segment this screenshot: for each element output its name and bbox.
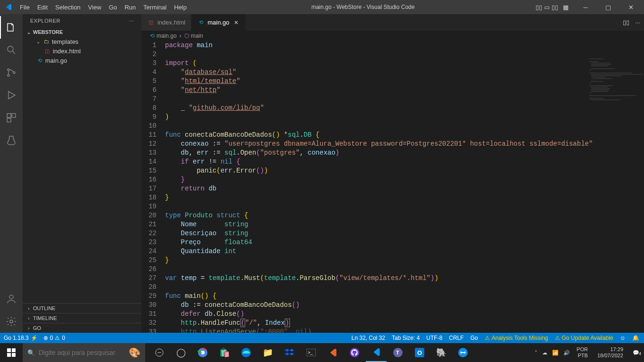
split-editor-icon[interactable]: ▯▯ bbox=[623, 19, 629, 26]
menu-edit[interactable]: Edit bbox=[33, 2, 51, 13]
svg-rect-25 bbox=[591, 87, 608, 88]
breadcrumb-file[interactable]: ⟲ main.go bbox=[150, 33, 177, 39]
extensions-tab[interactable] bbox=[0, 107, 23, 129]
breadcrumb[interactable]: ⟲ main.go › ⬡ main bbox=[141, 31, 644, 41]
tray-volume-icon[interactable]: 🔊 bbox=[563, 350, 570, 356]
taskbar-app-store[interactable]: 🛍️ bbox=[214, 343, 235, 362]
minimize-button[interactable]: ─ bbox=[576, 0, 595, 14]
svg-point-0 bbox=[8, 46, 13, 52]
tray-expand-icon[interactable]: ˄ bbox=[535, 350, 537, 356]
taskbar-app-outlook[interactable]: O bbox=[409, 343, 430, 362]
close-tab-icon[interactable]: ✕ bbox=[232, 19, 240, 26]
menu-selection[interactable]: Selection bbox=[51, 2, 84, 13]
more-actions-icon[interactable]: ··· bbox=[129, 18, 134, 24]
timeline-label: TIMELINE bbox=[33, 315, 57, 321]
svg-rect-15 bbox=[589, 70, 591, 71]
status-cursor-position[interactable]: Ln 32, Col 32 bbox=[352, 335, 385, 341]
svg-rect-21 bbox=[591, 80, 593, 81]
file-label: main.go bbox=[45, 57, 67, 64]
taskbar-app-teamviewer[interactable] bbox=[453, 343, 473, 362]
file-index-html[interactable]: ◫ index.html bbox=[23, 46, 141, 56]
taskbar-app-dropbox[interactable] bbox=[279, 343, 300, 362]
taskbar-app-terminal[interactable]: >_ bbox=[301, 343, 322, 362]
testing-tab[interactable] bbox=[0, 129, 23, 152]
svg-rect-17 bbox=[591, 74, 643, 75]
search-art-icon: 🎨 bbox=[129, 347, 140, 358]
status-language[interactable]: Go bbox=[471, 335, 478, 341]
status-tools-missing[interactable]: ⚠ Analysis Tools Missing bbox=[485, 335, 548, 341]
tab-main-go[interactable]: ⟲ main.go ✕ bbox=[191, 14, 246, 31]
menu-terminal[interactable]: Terminal bbox=[140, 2, 170, 13]
status-notifications-icon[interactable]: 🔔 bbox=[632, 335, 639, 341]
customize-layout-icon[interactable]: ▦ bbox=[560, 4, 569, 11]
status-tab-size[interactable]: Tab Size: 4 bbox=[392, 335, 420, 341]
maximize-button[interactable]: ▢ bbox=[599, 0, 618, 14]
tray-language[interactable]: POR PTB bbox=[575, 346, 590, 359]
status-problems[interactable]: ⊗0 ⚠0 bbox=[43, 335, 65, 341]
taskbar-app-chrome[interactable] bbox=[192, 343, 213, 362]
activity-bar bbox=[0, 14, 23, 333]
svg-rect-6 bbox=[7, 118, 11, 122]
go-section[interactable]: › GO bbox=[23, 323, 141, 333]
taskbar-app-edge[interactable] bbox=[236, 343, 256, 362]
toggle-panel-icon[interactable]: ▭ bbox=[544, 4, 550, 11]
taskbar-app-explorer[interactable]: 📁 bbox=[257, 343, 278, 362]
tray-notifications-icon[interactable]: 💬4 bbox=[631, 350, 641, 356]
accounts-icon[interactable] bbox=[0, 288, 23, 310]
code-content[interactable]: package mainimport ( "database/sql" "htm… bbox=[165, 41, 644, 333]
outline-label: OUTLINE bbox=[33, 305, 56, 311]
tab-index-html[interactable]: ◫ index.html bbox=[141, 14, 191, 31]
taskbar-search[interactable]: 🔍 🎨 bbox=[23, 343, 145, 362]
timeline-section[interactable]: › TIMELINE bbox=[23, 313, 141, 323]
status-encoding[interactable]: UTF-8 bbox=[426, 335, 442, 341]
settings-icon[interactable] bbox=[0, 310, 23, 333]
explorer-tab[interactable] bbox=[0, 16, 23, 39]
folder-label: templates bbox=[52, 38, 78, 45]
taskbar-app-teams[interactable]: T bbox=[388, 343, 408, 362]
source-control-tab[interactable] bbox=[0, 61, 23, 84]
tray-onedrive-icon[interactable]: ☁ bbox=[542, 350, 547, 356]
tray-wifi-icon[interactable]: 📶 bbox=[552, 350, 559, 356]
taskbar-app-pgadmin[interactable]: 🐘 bbox=[431, 343, 452, 362]
taskbar-app-github[interactable] bbox=[344, 343, 365, 362]
search-input[interactable] bbox=[39, 349, 125, 356]
toggle-secondary-sidebar-icon[interactable]: ▯▯ bbox=[552, 4, 558, 11]
chevron-right-icon: › bbox=[180, 33, 182, 39]
menu-help[interactable]: Help bbox=[170, 2, 190, 13]
taskbar-app-vscode-insiders[interactable] bbox=[322, 343, 343, 362]
code-editor[interactable]: 1234567891011121314151617181920212223242… bbox=[141, 41, 644, 333]
status-eol[interactable]: CRLF bbox=[449, 335, 463, 341]
svg-rect-16 bbox=[589, 73, 632, 74]
more-actions-icon[interactable]: ··· bbox=[635, 19, 640, 26]
chevron-down-icon: ⌄ bbox=[26, 30, 31, 35]
tray-clock[interactable]: 17:29 18/07/2022 bbox=[594, 346, 626, 359]
taskbar-app-vscode[interactable] bbox=[366, 343, 387, 362]
menu-run[interactable]: Run bbox=[121, 2, 140, 13]
run-debug-tab[interactable] bbox=[0, 84, 23, 107]
search-tab[interactable] bbox=[0, 39, 23, 61]
file-main-go[interactable]: ⟲ main.go bbox=[23, 56, 141, 65]
folder-templates[interactable]: ⌄ 🗀 templates bbox=[23, 37, 141, 46]
status-feedback-icon[interactable]: ☺ bbox=[620, 335, 626, 341]
breadcrumb-symbol[interactable]: ⬡ main bbox=[184, 33, 203, 39]
warning-icon: ⚠ bbox=[55, 335, 60, 341]
taskbar-apps: ◯ 🛍️ 📁 >_ T O 🐘 bbox=[145, 343, 473, 362]
svg-rect-18 bbox=[591, 75, 622, 76]
menu-view[interactable]: View bbox=[84, 2, 105, 13]
start-button[interactable] bbox=[0, 343, 23, 362]
status-go-update[interactable]: ⚠ Go Update Available bbox=[555, 335, 613, 341]
minimap[interactable] bbox=[587, 58, 644, 105]
outline-section[interactable]: › OUTLINE bbox=[23, 303, 141, 313]
status-go-version[interactable]: Go 1.18.3 ⚡ bbox=[4, 335, 38, 341]
task-view-icon[interactable] bbox=[149, 343, 170, 362]
toggle-primary-sidebar-icon[interactable]: ▯▯ bbox=[536, 4, 542, 11]
close-button[interactable]: ✕ bbox=[621, 0, 640, 14]
menu-file[interactable]: File bbox=[16, 2, 33, 13]
project-root[interactable]: ⌄ WEBSTORE bbox=[23, 27, 141, 37]
svg-rect-33 bbox=[7, 348, 11, 352]
taskbar-app-cortana[interactable]: ◯ bbox=[171, 343, 191, 362]
menu-go[interactable]: Go bbox=[105, 2, 121, 13]
error-icon: ⊗ bbox=[43, 335, 48, 341]
svg-rect-12 bbox=[591, 64, 611, 65]
search-icon: 🔍 bbox=[27, 349, 35, 356]
